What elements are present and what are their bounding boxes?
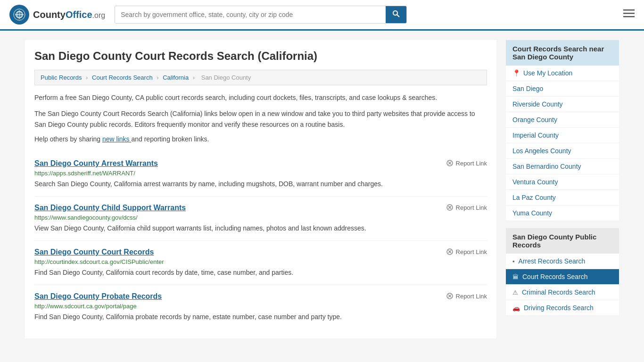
report-icon-2: [446, 248, 454, 255]
report-icon-3: [446, 292, 454, 300]
site-header: CountyOffice.org: [0, 0, 644, 31]
result-item: San Diego County Child Support Warrants …: [34, 197, 487, 241]
nearby-item: Orange County: [506, 112, 619, 128]
nearby-item: Imperial County: [506, 128, 619, 143]
result-url-3[interactable]: http://www.sdcourt.ca.gov/portal/page: [34, 303, 487, 310]
svg-point-5: [393, 11, 397, 15]
public-record-link-3[interactable]: Driving Records Search: [524, 304, 594, 312]
logo-text: CountyOffice.org: [33, 9, 105, 20]
content-area: San Diego County Court Records Search (C…: [25, 40, 496, 338]
nearby-link-7[interactable]: La Paz County: [512, 194, 556, 201]
court-icon: 🏛: [512, 273, 519, 280]
result-header-3: San Diego County Probate Records Report …: [34, 292, 487, 301]
public-records-header: San Diego County Public Records: [506, 228, 619, 254]
search-bar: [115, 6, 407, 24]
svg-rect-8: [623, 13, 635, 14]
result-header-0: San Diego County Arrest Warrants Report …: [34, 159, 487, 168]
public-record-link-1[interactable]: Court Records Search: [522, 273, 588, 280]
result-url-1[interactable]: https://www.sandiegocounty.gov/dcss/: [34, 214, 487, 221]
report-icon-1: [446, 204, 454, 211]
result-header-1: San Diego County Child Support Warrants …: [34, 204, 487, 212]
result-desc-2: Find San Diego County, California court …: [34, 268, 487, 278]
svg-line-6: [397, 15, 399, 17]
results-list: San Diego County Arrest Warrants Report …: [34, 152, 487, 329]
report-link-1[interactable]: Report Link: [446, 204, 487, 211]
nearby-item: La Paz County: [506, 190, 619, 206]
result-desc-1: View San Diego County, California child …: [34, 223, 487, 233]
search-input[interactable]: [115, 6, 386, 23]
nearby-section-header: Court Records Search near San Diego Coun…: [506, 40, 619, 66]
logo[interactable]: CountyOffice.org: [9, 5, 105, 25]
breadcrumb-sep1: ›: [86, 74, 90, 81]
nearby-item: Ventura County: [506, 174, 619, 190]
breadcrumb-california[interactable]: California: [163, 74, 189, 81]
result-url-0[interactable]: https://apps.sdsheriff.net/WARRANT/: [34, 170, 487, 177]
logo-icon: [9, 5, 29, 25]
public-record-item[interactable]: ⚠ Criminal Records Search: [506, 285, 619, 300]
svg-rect-9: [623, 16, 635, 17]
result-title-2[interactable]: San Diego County Court Records: [34, 248, 154, 256]
nearby-link-5[interactable]: San Bernardino County: [512, 163, 581, 170]
svg-rect-7: [623, 9, 635, 11]
result-title-3[interactable]: San Diego County Probate Records: [34, 292, 162, 301]
location-pin-icon: 📍: [512, 69, 520, 77]
public-records-section: San Diego County Public Records ▪ Arrest…: [506, 228, 619, 316]
public-record-item[interactable]: 🚗 Driving Records Search: [506, 300, 619, 316]
result-header-2: San Diego County Court Records Report Li…: [34, 248, 487, 256]
sidebar: Court Records Search near San Diego Coun…: [506, 40, 619, 338]
nearby-link-3[interactable]: Imperial County: [512, 132, 559, 139]
breadcrumb-court-records[interactable]: Court Records Search: [92, 74, 153, 81]
nearby-item: Los Angeles County: [506, 143, 619, 159]
result-desc-3: Find San Diego County, California probat…: [34, 312, 487, 322]
nearby-link-0[interactable]: San Diego: [512, 85, 543, 92]
report-icon-0: [446, 159, 454, 167]
nearby-item: Riverside County: [506, 97, 619, 112]
page-title: San Diego County Court Records Search (C…: [34, 49, 487, 63]
arrest-icon: ▪: [512, 258, 515, 265]
public-record-item[interactable]: 🏛 Court Records Search: [506, 269, 619, 285]
result-url-2[interactable]: http://courtindex.sdcourt.ca.gov/CISPubl…: [34, 258, 487, 265]
share-line: Help others by sharing new links and rep…: [34, 135, 487, 143]
result-title-0[interactable]: San Diego County Arrest Warrants: [34, 159, 158, 168]
description-2: The San Diego County Court Records Searc…: [34, 108, 487, 130]
nearby-link-1[interactable]: Riverside County: [512, 100, 563, 108]
result-title-1[interactable]: San Diego County Child Support Warrants: [34, 204, 186, 212]
criminal-icon: ⚠: [512, 289, 518, 296]
use-location-link[interactable]: Use My Location: [523, 69, 572, 77]
result-desc-0: Search San Diego County, California arre…: [34, 179, 487, 189]
new-links-link[interactable]: new links: [102, 135, 131, 143]
nearby-item: San Bernardino County: [506, 159, 619, 174]
breadcrumb-sep2: ›: [157, 74, 160, 81]
result-item: San Diego County Probate Records Report …: [34, 285, 487, 329]
search-button[interactable]: [386, 6, 406, 23]
report-link-0[interactable]: Report Link: [446, 159, 487, 167]
result-item: San Diego County Court Records Report Li…: [34, 241, 487, 285]
driving-icon: 🚗: [512, 304, 520, 312]
nearby-link-8[interactable]: Yuma County: [512, 209, 552, 217]
logo-text-office: Office: [66, 9, 92, 20]
result-item: San Diego County Arrest Warrants Report …: [34, 152, 487, 197]
breadcrumb-public-records[interactable]: Public Records: [41, 74, 82, 81]
use-location-item[interactable]: 📍 Use My Location: [506, 66, 619, 81]
report-link-2[interactable]: Report Link: [446, 248, 487, 255]
nearby-item: Yuma County: [506, 206, 619, 221]
description-1: Perform a free San Diego County, CA publ…: [34, 92, 487, 103]
public-record-item[interactable]: ▪ Arrest Records Search: [506, 254, 619, 269]
nearby-link-6[interactable]: Ventura County: [512, 178, 558, 186]
public-record-link-0[interactable]: Arrest Records Search: [519, 257, 586, 265]
nearby-item: San Diego: [506, 81, 619, 97]
main-container: San Diego County Court Records Search (C…: [16, 31, 628, 348]
logo-org: .org: [92, 11, 106, 19]
breadcrumb-sep3: ›: [193, 74, 197, 81]
nearby-section: Court Records Search near San Diego Coun…: [506, 40, 619, 221]
public-record-link-2[interactable]: Criminal Records Search: [522, 288, 595, 296]
breadcrumb: Public Records › Court Records Search › …: [34, 70, 487, 85]
nearby-link-2[interactable]: Orange County: [512, 116, 557, 123]
breadcrumb-san-diego: San Diego County: [201, 74, 251, 81]
menu-icon[interactable]: [623, 8, 635, 21]
nearby-link-4[interactable]: Los Angeles County: [512, 147, 571, 155]
report-link-3[interactable]: Report Link: [446, 292, 487, 300]
